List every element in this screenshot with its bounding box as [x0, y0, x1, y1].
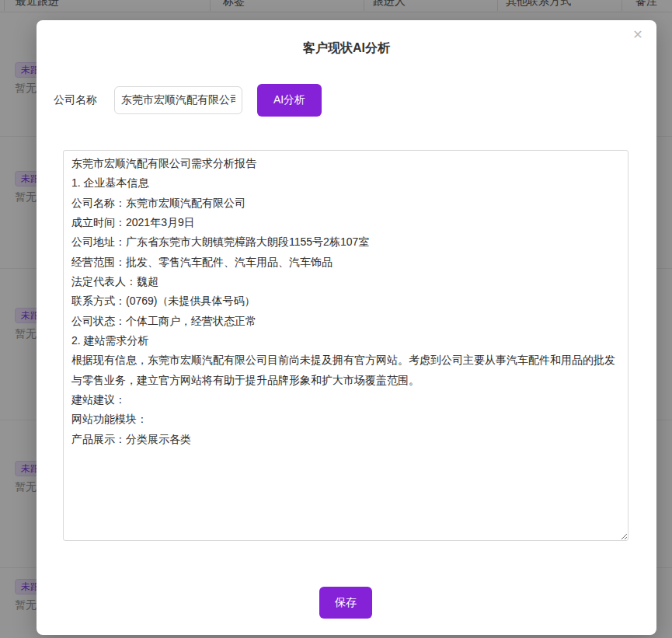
- close-icon[interactable]: ✕: [628, 26, 647, 44]
- company-name-label: 公司名称: [54, 93, 97, 107]
- ai-analyze-button[interactable]: AI分析: [257, 84, 322, 117]
- save-button[interactable]: 保存: [319, 587, 372, 619]
- company-form-row: 公司名称 AI分析: [37, 84, 656, 117]
- analysis-report-textarea[interactable]: 东莞市宏顺汽配有限公司需求分析报告 1. 企业基本信息 公司名称：东莞市宏顺汽配…: [63, 150, 628, 541]
- screen: 最近跟进 标签 跟进人 其他联系方式 备注 未跟进 暂无 未跟进 暂无 未跟进 …: [0, 0, 672, 638]
- customer-ai-analysis-modal: ✕ 客户现状AI分析 公司名称 AI分析 东莞市宏顺汽配有限公司需求分析报告 1…: [37, 20, 656, 635]
- company-name-input[interactable]: [114, 86, 242, 114]
- modal-title: 客户现状AI分析: [37, 40, 656, 57]
